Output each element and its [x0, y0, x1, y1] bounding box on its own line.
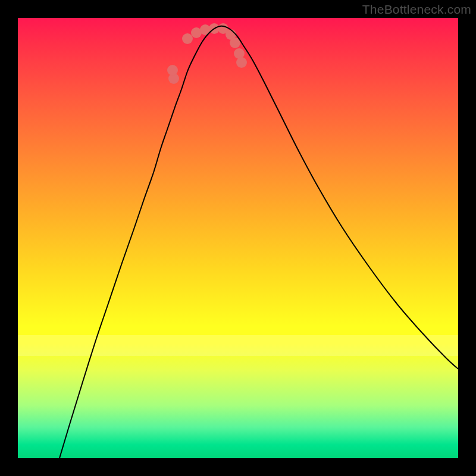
- chart-frame: TheBottleneck.com: [0, 0, 476, 476]
- data-point: [182, 33, 193, 44]
- bottleneck-curve: [60, 26, 458, 458]
- watermark-text: TheBottleneck.com: [362, 2, 471, 17]
- data-point: [167, 65, 178, 76]
- marker-group: [167, 23, 247, 84]
- curve-svg: [18, 18, 458, 458]
- data-point: [236, 57, 247, 68]
- plot-area: [18, 18, 458, 458]
